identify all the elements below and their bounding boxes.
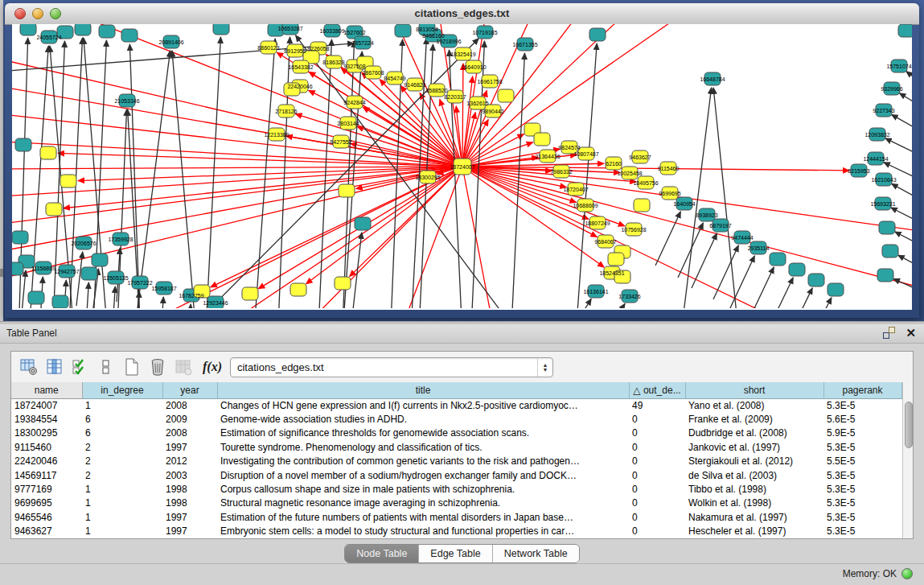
graph-node-yellow[interactable]: [634, 199, 650, 212]
graph-node-teal[interactable]: [808, 274, 824, 286]
graph-node-teal[interactable]: [898, 24, 912, 37]
table-row[interactable]: 977716911998Corpus callosum shape and si…: [11, 482, 901, 496]
table-row[interactable]: 2242004622012Investigating the contribut…: [11, 455, 901, 468]
graph-node-yellow[interactable]: [40, 146, 56, 159]
cell-out_degree: 0: [629, 525, 685, 538]
graph-node-teal[interactable]: [882, 245, 898, 257]
left-panel-splitter[interactable]: [0, 0, 3, 321]
graph-node-teal[interactable]: [99, 25, 115, 38]
table-row[interactable]: 946362711997Embryonic stem cells: a mode…: [11, 525, 901, 538]
graph-node-label: 8912955: [284, 48, 306, 54]
graph-node-label: 18325419: [450, 51, 475, 57]
graph-node-label: 18495756: [633, 180, 658, 186]
graph-node-yellow[interactable]: [608, 253, 624, 266]
cell-year: 2009: [162, 412, 217, 426]
graph-node-teal[interactable]: [877, 269, 893, 282]
graph-node-teal[interactable]: [20, 24, 36, 35]
graph-node-label: 1588520: [425, 88, 447, 93]
graph-node-yellow[interactable]: [498, 89, 514, 102]
graph-node-label: 9684067: [594, 239, 616, 245]
table-row[interactable]: 969969511998Structural magnetic resonanc…: [11, 496, 901, 510]
create-table-icon[interactable]: [121, 356, 143, 378]
select-columns-icon[interactable]: [69, 356, 92, 378]
combo-stepper-icon: ▲▼: [537, 358, 552, 377]
graph-node-label: 12923446: [203, 300, 228, 306]
graph-node-yellow[interactable]: [46, 203, 62, 216]
graph-node-yellow[interactable]: [290, 283, 306, 296]
column-header-in-degree[interactable]: in_degree: [82, 382, 162, 398]
graph-node-teal[interactable]: [28, 291, 44, 304]
column-header-name[interactable]: name: [11, 382, 82, 398]
graph-node-label: 9824574: [558, 145, 580, 150]
graph-node-teal[interactable]: [789, 263, 805, 276]
graph-node-label: 11156869: [31, 266, 55, 271]
table-row[interactable]: 1872400712008Changes of HCN gene express…: [11, 398, 901, 412]
graph-node-teal[interactable]: [589, 28, 606, 41]
table-row[interactable]: 1830029562008Estimation of significance …: [11, 426, 901, 440]
graph-node-label: 18807249: [585, 220, 610, 226]
graph-node-yellow[interactable]: [339, 184, 355, 197]
graph-node-teal[interactable]: [12, 231, 28, 244]
float-panel-icon[interactable]: [883, 327, 895, 339]
graph-node-label: 8215953: [848, 168, 869, 174]
table-row[interactable]: 946554611997Estimation of the future num…: [11, 510, 901, 524]
memory-status-label: Memory: OK: [843, 568, 897, 579]
graph-node-teal[interactable]: [770, 253, 786, 266]
column-header-pagerank[interactable]: pagerank: [823, 382, 901, 398]
table-row[interactable]: 911546021997Tourette syndrome. Phenomeno…: [11, 440, 901, 454]
column-header-title[interactable]: title: [217, 382, 629, 398]
network-canvas[interactable]: 2405572420891406106532871527602846616010…: [12, 24, 912, 310]
graph-node-label: 62160: [606, 161, 622, 167]
cell-in_degree: 6: [82, 426, 162, 440]
graph-node-label: 16033809: [319, 28, 344, 34]
graph-node-teal[interactable]: [12, 262, 23, 275]
graph-node-teal[interactable]: [827, 283, 844, 296]
graph-node-teal[interactable]: [15, 138, 31, 151]
network-view-window: citations_edges.txt 24055724208914061065…: [5, 3, 919, 318]
cell-name: 14569117: [11, 468, 82, 482]
table-vertical-scrollbar[interactable]: [902, 382, 914, 538]
graph-node-yellow[interactable]: [242, 287, 258, 300]
cell-pagerank: 5.3E-5: [823, 496, 901, 510]
graph-node-label: 20891406: [158, 39, 183, 45]
network-window-titlebar[interactable]: citations_edges.txt: [5, 3, 919, 25]
splitter-handle[interactable]: [0, 269, 3, 277]
scrollbar-thumb[interactable]: [905, 402, 913, 448]
table-settings-icon[interactable]: [18, 356, 40, 378]
function-builder-icon[interactable]: f(x): [203, 360, 222, 374]
graph-node-label: 9890442: [482, 109, 503, 114]
cell-title: Changes of HCN gene expression and I(f) …: [217, 398, 629, 412]
delete-table-icon[interactable]: [146, 356, 169, 378]
cell-name: 9699695: [11, 496, 82, 510]
graph-node-yellow[interactable]: [534, 133, 550, 146]
table-row[interactable]: 1938455462009Genome-wide association stu…: [11, 412, 901, 426]
column-header-out-de-[interactable]: △ out_de...: [629, 382, 685, 398]
graph-node-label: 1640954: [673, 201, 695, 207]
close-panel-icon[interactable]: ✕: [906, 327, 916, 339]
graph-node-label: 2867608: [362, 70, 384, 76]
graph-node-teal[interactable]: [75, 24, 91, 35]
graph-node-teal[interactable]: [52, 295, 68, 308]
graph-node-label: 15751074: [886, 64, 911, 69]
table-row[interactable]: 1456911722003Disruption of a novel membe…: [11, 468, 901, 482]
column-header-year[interactable]: year: [162, 382, 217, 398]
network-table-select[interactable]: citations_edges.txt ▲▼: [230, 357, 553, 377]
tab-edge-table[interactable]: Edge Table: [418, 545, 491, 562]
graph-node-teal[interactable]: [395, 24, 411, 37]
graph-node-teal[interactable]: [81, 267, 97, 280]
graph-node-yellow[interactable]: [60, 175, 76, 187]
tab-node-table[interactable]: Node Table: [345, 545, 418, 562]
graph-node-teal[interactable]: [121, 29, 138, 42]
graph-node-yellow[interactable]: [335, 277, 351, 290]
show-columns-icon[interactable]: [43, 356, 66, 378]
graph-node-teal[interactable]: [92, 253, 108, 266]
graph-node-teal[interactable]: [355, 217, 371, 230]
cell-title: Investigating the contribution of common…: [217, 455, 629, 468]
graph-node-label: 1362615: [466, 101, 488, 106]
column-header-short[interactable]: short: [685, 382, 823, 398]
graph-node-teal[interactable]: [213, 24, 229, 35]
tab-network-table[interactable]: Network Table: [492, 545, 579, 562]
graph-node-teal[interactable]: [879, 221, 895, 234]
graph-node-label: 9227343: [873, 108, 894, 113]
row-options-icon[interactable]: [95, 356, 117, 378]
